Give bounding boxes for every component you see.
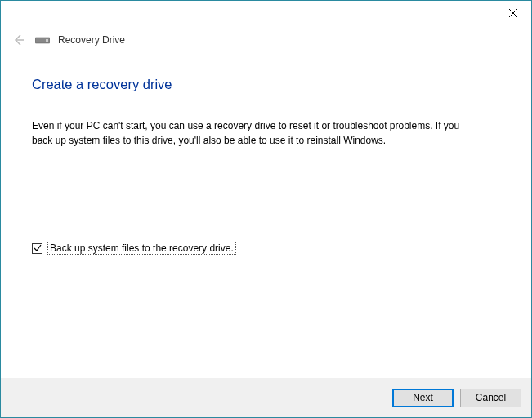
wizard-content: Create a recovery drive Even if your PC … (1, 48, 531, 255)
next-button-rest: ext (420, 392, 433, 403)
wizard-title: Recovery Drive (58, 34, 125, 46)
back-arrow-icon (11, 32, 27, 48)
titlebar (1, 1, 531, 25)
backup-checkbox[interactable] (32, 243, 42, 254)
close-icon (509, 7, 517, 20)
page-description: Even if your PC can't start, you can use… (32, 118, 465, 148)
wizard-header: Recovery Drive (1, 25, 531, 48)
close-button[interactable] (494, 1, 531, 25)
next-button[interactable]: Next (392, 389, 454, 407)
backup-checkbox-row: Back up system files to the recovery dri… (32, 242, 500, 255)
backup-checkbox-label[interactable]: Back up system files to the recovery dri… (47, 242, 236, 255)
cancel-button[interactable]: Cancel (460, 389, 521, 407)
wizard-footer: Next Cancel (1, 378, 531, 417)
checkmark-icon (34, 244, 42, 252)
next-button-accel: N (413, 392, 420, 403)
recovery-drive-icon (35, 35, 50, 45)
svg-rect-4 (46, 39, 48, 42)
page-title: Create a recovery drive (32, 77, 500, 92)
